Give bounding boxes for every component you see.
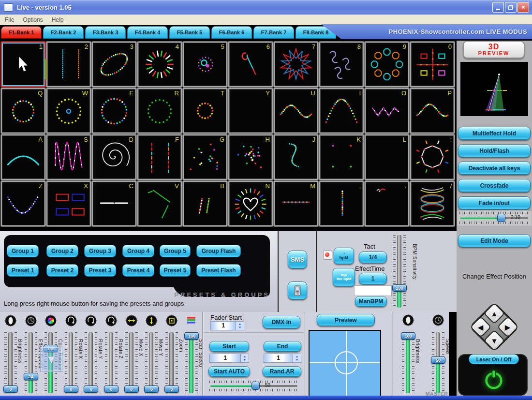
rotate-knob[interactable] — [105, 314, 118, 327]
fader-start-spinner[interactable]: 1 ▲▼ — [210, 321, 244, 330]
grid-cell-R[interactable]: R — [137, 88, 182, 133]
preview-button[interactable]: Preview — [317, 314, 375, 326]
grid-cell-D[interactable]: D — [92, 134, 136, 180]
effect-time-value-button[interactable]: 1 — [359, 273, 387, 284]
end-button[interactable]: End — [264, 341, 301, 352]
bank-tab-1[interactable]: F1-Bank 1 — [1, 26, 42, 39]
dmx-in-button[interactable]: DMX In — [263, 316, 300, 328]
grid-cell-B[interactable]: B — [183, 181, 227, 226]
rotate-knob[interactable] — [65, 314, 77, 327]
fader-thumb[interactable]: 200 — [392, 284, 407, 292]
grid-cell-L[interactable]: L — [365, 134, 409, 180]
grid-cell-K[interactable]: K — [319, 134, 364, 180]
grid-cell-P[interactable]: P — [410, 88, 455, 133]
grid-cell-,[interactable]: , — [319, 181, 364, 226]
fader-thumb[interactable]: 50 — [431, 356, 445, 364]
grid-cell-;[interactable]: ; — [410, 134, 455, 180]
restore-button[interactable] — [505, 2, 517, 13]
grid-cell-6[interactable]: 6 — [228, 42, 273, 87]
fader-thumb[interactable]: 0 — [124, 385, 139, 393]
fader-start-slider[interactable]: 50 — [207, 379, 301, 393]
grid-cell-H[interactable]: H — [228, 134, 273, 180]
grid-cell-3[interactable]: 3 — [92, 42, 136, 87]
grid-cell-1[interactable]: 1 — [1, 42, 45, 87]
grid-cell-N[interactable]: N — [228, 181, 273, 226]
grid-cell-V[interactable]: V — [137, 181, 182, 226]
grid-cell-Y[interactable]: Y — [228, 88, 273, 133]
preset-button-1[interactable]: Preset 1 — [7, 264, 39, 277]
group-button-1[interactable]: Group 1 — [7, 245, 39, 257]
bpm-button[interactable]: ◔ bpM — [334, 248, 354, 264]
group-button-5[interactable]: Group 5 — [160, 245, 191, 257]
group-button-3[interactable]: Group 3 — [84, 245, 116, 257]
group-button-flash[interactable]: Group Flash — [196, 245, 241, 257]
close-button[interactable]: × — [517, 2, 529, 13]
grid-cell-T[interactable]: T — [183, 88, 227, 133]
grid-cell-C[interactable]: C — [92, 181, 136, 226]
grid-cell-7[interactable]: 7 — [274, 42, 318, 87]
tap-bpm-button[interactable]: tap the bpM — [333, 268, 355, 286]
sidebar-button-crossfade[interactable]: Crossfade — [458, 179, 531, 192]
edit-mode-button[interactable]: Edit Mode — [458, 234, 531, 247]
phone-button[interactable] — [288, 281, 307, 299]
grid-cell-0[interactable]: 0 — [410, 42, 455, 87]
menu-item-file[interactable]: File — [5, 16, 14, 23]
grid-cell-2[interactable]: 2 — [46, 42, 91, 87]
fader-thumb[interactable]: 0 — [164, 385, 179, 393]
grid-cell-Z[interactable]: Z — [1, 181, 45, 226]
bpm-sensitivity-slider[interactable]: 200BPM Sensitivity — [389, 235, 423, 309]
preset-button-5[interactable]: Preset 5 — [160, 264, 191, 277]
bank-tab-3[interactable]: F3-Bank 3 — [85, 26, 126, 39]
fader-thumb[interactable]: 100 — [401, 332, 415, 340]
grid-cell-X[interactable]: X — [46, 181, 91, 226]
minimize-button[interactable] — [492, 2, 504, 13]
fader-thumb[interactable]: 0 — [3, 385, 18, 393]
grid-cell-Q[interactable]: Q — [1, 88, 45, 133]
preset-button-4[interactable]: Preset 4 — [122, 264, 154, 277]
square-knob[interactable] — [165, 314, 178, 327]
grid-cell-.[interactable]: . — [365, 181, 409, 226]
start-auto-button[interactable]: Start AUTO — [208, 366, 250, 377]
brightness-knob[interactable] — [4, 314, 17, 327]
menu-item-options[interactable]: Options — [23, 16, 43, 23]
group-button-2[interactable]: Group 2 — [46, 245, 78, 257]
grid-cell-J[interactable]: J — [274, 134, 318, 180]
start-button[interactable]: Start — [209, 341, 249, 352]
sidebar-button-fade-in-out[interactable]: Fade in/out — [458, 196, 531, 209]
grid-cell-/[interactable]: / — [410, 181, 455, 226]
grid-cell-W[interactable]: W — [46, 88, 91, 133]
preset-button-3[interactable]: Preset 3 — [84, 264, 116, 277]
spinner-arrows-icon[interactable]: ▲▼ — [236, 322, 244, 330]
fader-thumb[interactable]: 100 — [184, 332, 199, 340]
menu-item-help[interactable]: Help — [52, 16, 64, 23]
slider-thumb[interactable] — [251, 382, 260, 390]
end-spinner[interactable]: 1 ▲▼ — [264, 354, 301, 363]
arrows-h-knob[interactable] — [125, 314, 138, 327]
sidebar-button-multieffect-hold[interactable]: Multieffect Hold — [458, 127, 531, 140]
slider-thumb[interactable] — [497, 214, 505, 222]
3d-preview-button[interactable]: 3D PREVIEW — [463, 41, 525, 59]
preview-scope[interactable] — [309, 330, 381, 398]
grid-cell-G[interactable]: G — [183, 134, 227, 180]
bank-tab-4[interactable]: F4-Bank 4 — [127, 26, 168, 39]
fader-thumb[interactable]: 0 — [144, 385, 159, 393]
sms-button[interactable]: SMS — [288, 251, 307, 268]
master-fader-brightness[interactable]: 100Brightness — [398, 332, 426, 393]
fader-thumb[interactable]: 0 — [64, 385, 78, 393]
grid-cell-I[interactable]: I — [319, 88, 364, 133]
fader-thumb[interactable]: 0 — [104, 385, 118, 393]
fader-thumb[interactable]: 24 — [24, 373, 38, 380]
grid-cell-5[interactable]: 5 — [183, 42, 227, 87]
grid-cell-A[interactable]: A — [1, 134, 45, 180]
arrows-v-knob[interactable] — [145, 314, 158, 327]
grid-cell-E[interactable]: E — [92, 88, 136, 133]
laser-power-button[interactable] — [481, 367, 507, 393]
colorwheel-knob[interactable] — [44, 314, 57, 327]
bank-tab-5[interactable]: F5-Bank 5 — [169, 26, 210, 39]
clock-knob[interactable] — [25, 314, 37, 327]
grid-cell-F[interactable]: F — [137, 134, 182, 180]
tact-value-button[interactable]: 1/4 — [359, 252, 387, 263]
preset-button-2[interactable]: Preset 2 — [46, 264, 78, 277]
brightness-knob[interactable] — [402, 314, 414, 326]
spinner-arrows-icon[interactable]: ▲▼ — [293, 354, 301, 362]
